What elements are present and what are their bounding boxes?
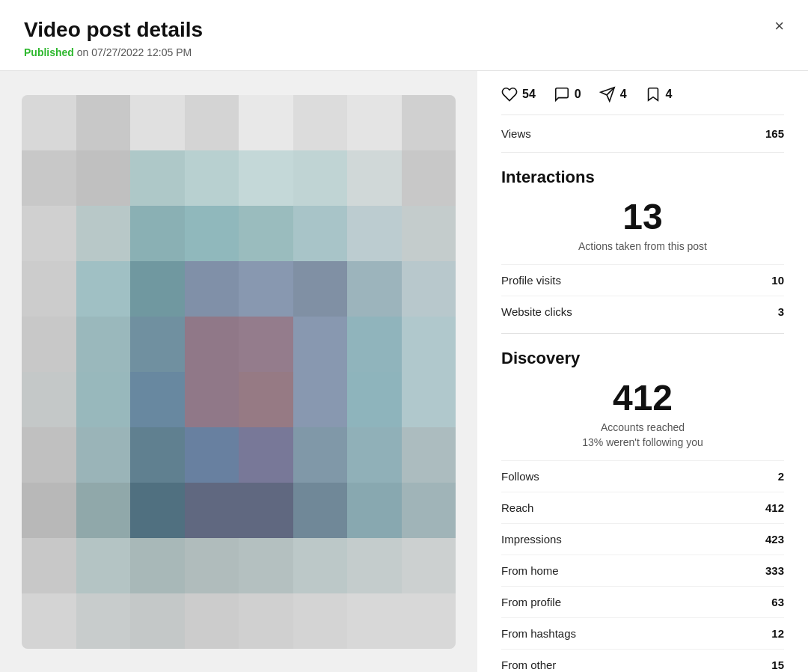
stat-row: Reach 412 <box>501 492 784 523</box>
pixel-cell <box>347 206 402 261</box>
page-title: Video post details <box>24 18 784 42</box>
pixel-cell <box>76 483 131 538</box>
close-button[interactable]: × <box>774 18 784 34</box>
pixel-cell <box>402 593 456 649</box>
pixel-cell <box>130 206 185 261</box>
stat-row-label: From profile <box>501 596 561 608</box>
main-content: 54 0 4 4 <box>0 71 808 672</box>
stat-row: Website clicks 3 <box>501 296 784 327</box>
pixel-cell <box>293 261 348 317</box>
pixel-cell <box>293 538 348 593</box>
pixel-cell <box>293 150 348 206</box>
pixel-cell <box>239 483 293 538</box>
pixel-cell <box>22 317 76 372</box>
pixel-cell <box>239 95 293 150</box>
pixel-cell <box>347 317 402 372</box>
pixel-cell <box>130 483 185 538</box>
pixel-cell <box>185 150 239 206</box>
pixel-cell <box>347 372 402 427</box>
pixel-cell <box>402 317 456 372</box>
pixel-cell <box>402 538 456 593</box>
stat-row-label: From hashtags <box>501 627 576 640</box>
likes-value: 54 <box>522 88 536 101</box>
discovery-rows: Follows 2 Reach 412 Impressions 423 From… <box>501 460 784 672</box>
shares-stat: 4 <box>599 86 627 103</box>
interactions-section: Interactions 13 Actions taken from this … <box>501 168 784 327</box>
stat-row-value: 412 <box>765 501 784 514</box>
pixel-cell <box>293 206 348 261</box>
pixel-cell <box>76 206 131 261</box>
stats-icons-row: 54 0 4 4 <box>501 71 784 115</box>
bookmarks-value: 4 <box>666 88 673 101</box>
publish-date: Published on 07/27/2022 12:05 PM <box>24 46 784 58</box>
pixel-cell <box>185 372 239 427</box>
stat-row-value: 2 <box>778 470 784 483</box>
pixel-cell <box>130 317 185 372</box>
views-row: Views 165 <box>501 115 784 153</box>
accounts-reached-label: Accounts reached <box>501 421 784 433</box>
stat-row-value: 423 <box>765 533 784 546</box>
post-image <box>22 95 456 649</box>
pixel-cell <box>347 95 402 150</box>
pixel-cell <box>239 538 293 593</box>
pixel-cell <box>239 150 293 206</box>
stat-row-label: Follows <box>501 470 539 483</box>
following-label: 13% weren't following you <box>501 436 784 448</box>
pixel-cell <box>293 317 348 372</box>
pixel-cell <box>347 593 402 649</box>
stat-row-value: 15 <box>771 659 784 671</box>
pixel-cell <box>293 483 348 538</box>
stat-row: Profile visits 10 <box>501 264 784 296</box>
pixel-cell <box>76 317 131 372</box>
bookmark-icon <box>645 86 661 103</box>
stat-row: From other 15 <box>501 649 784 672</box>
likes-stat: 54 <box>501 86 536 103</box>
pixel-cell <box>76 95 131 150</box>
pixel-cell <box>130 593 185 649</box>
pixel-cell <box>239 261 293 317</box>
views-label: Views <box>501 127 531 140</box>
bookmarks-stat: 4 <box>645 86 673 103</box>
pixel-cell <box>130 150 185 206</box>
pixel-cell <box>402 261 456 317</box>
header: Video post details Published on 07/27/20… <box>0 0 808 71</box>
pixel-cell <box>347 427 402 483</box>
pixel-cell <box>130 427 185 483</box>
publish-date-value: on 07/27/2022 12:05 PM <box>77 46 192 58</box>
views-value: 165 <box>765 127 784 140</box>
comment-icon <box>554 86 570 103</box>
interactions-big-label: Actions taken from this post <box>501 240 784 252</box>
pixel-cell <box>293 95 348 150</box>
pixel-cell <box>402 483 456 538</box>
pixel-cell <box>185 427 239 483</box>
pixel-cell <box>22 150 76 206</box>
pixel-cell <box>293 593 348 649</box>
pixel-cell <box>22 261 76 317</box>
pixel-cell <box>239 593 293 649</box>
pixel-cell <box>76 427 131 483</box>
share-icon <box>599 86 616 103</box>
pixel-cell <box>185 317 239 372</box>
section-divider <box>501 333 784 334</box>
stat-row-label: Profile visits <box>501 274 561 287</box>
left-panel <box>0 71 477 672</box>
stat-row-label: Impressions <box>501 533 562 546</box>
pixel-cell <box>293 427 348 483</box>
pixel-cell <box>22 95 76 150</box>
pixel-cell <box>347 483 402 538</box>
pixel-cell <box>185 261 239 317</box>
stat-row-value: 333 <box>765 564 784 577</box>
pixel-cell <box>130 538 185 593</box>
interactions-big-number: 13 <box>501 196 784 237</box>
pixel-cell <box>239 317 293 372</box>
pixel-cell <box>130 95 185 150</box>
stat-row: Follows 2 <box>501 460 784 492</box>
stat-row-label: Reach <box>501 501 533 514</box>
published-label: Published <box>24 46 74 58</box>
pixel-cell <box>76 372 131 427</box>
interactions-title: Interactions <box>501 168 784 187</box>
stat-row: From profile 63 <box>501 586 784 617</box>
pixel-cell <box>239 427 293 483</box>
pixel-cell <box>185 593 239 649</box>
shares-value: 4 <box>620 88 627 101</box>
